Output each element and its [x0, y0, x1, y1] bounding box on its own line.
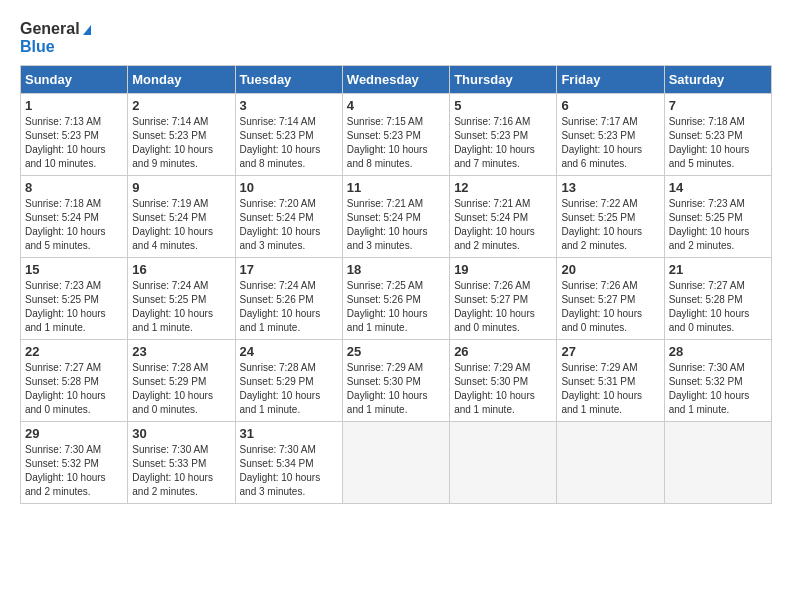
calendar-cell: 1Sunrise: 7:13 AM Sunset: 5:23 PM Daylig… [21, 94, 128, 176]
calendar-cell: 26Sunrise: 7:29 AM Sunset: 5:30 PM Dayli… [450, 340, 557, 422]
day-info: Sunrise: 7:19 AM Sunset: 5:24 PM Dayligh… [132, 197, 230, 253]
day-number: 2 [132, 98, 230, 113]
calendar-cell: 28Sunrise: 7:30 AM Sunset: 5:32 PM Dayli… [664, 340, 771, 422]
day-info: Sunrise: 7:28 AM Sunset: 5:29 PM Dayligh… [132, 361, 230, 417]
day-number: 15 [25, 262, 123, 277]
column-header-tuesday: Tuesday [235, 66, 342, 94]
calendar-cell: 23Sunrise: 7:28 AM Sunset: 5:29 PM Dayli… [128, 340, 235, 422]
day-number: 6 [561, 98, 659, 113]
calendar-cell [664, 422, 771, 504]
day-number: 25 [347, 344, 445, 359]
logo: General Blue [20, 20, 91, 55]
day-number: 4 [347, 98, 445, 113]
calendar-cell [342, 422, 449, 504]
day-number: 17 [240, 262, 338, 277]
calendar-cell: 29Sunrise: 7:30 AM Sunset: 5:32 PM Dayli… [21, 422, 128, 504]
calendar-cell: 22Sunrise: 7:27 AM Sunset: 5:28 PM Dayli… [21, 340, 128, 422]
column-header-friday: Friday [557, 66, 664, 94]
day-number: 29 [25, 426, 123, 441]
day-number: 23 [132, 344, 230, 359]
logo-text-blue: Blue [20, 38, 91, 56]
day-number: 27 [561, 344, 659, 359]
day-info: Sunrise: 7:25 AM Sunset: 5:26 PM Dayligh… [347, 279, 445, 335]
page-header: General Blue [20, 20, 772, 55]
day-info: Sunrise: 7:29 AM Sunset: 5:30 PM Dayligh… [454, 361, 552, 417]
day-number: 14 [669, 180, 767, 195]
day-number: 7 [669, 98, 767, 113]
day-info: Sunrise: 7:26 AM Sunset: 5:27 PM Dayligh… [454, 279, 552, 335]
calendar-cell: 5Sunrise: 7:16 AM Sunset: 5:23 PM Daylig… [450, 94, 557, 176]
week-row-3: 15Sunrise: 7:23 AM Sunset: 5:25 PM Dayli… [21, 258, 772, 340]
day-number: 26 [454, 344, 552, 359]
week-row-1: 1Sunrise: 7:13 AM Sunset: 5:23 PM Daylig… [21, 94, 772, 176]
calendar-cell: 11Sunrise: 7:21 AM Sunset: 5:24 PM Dayli… [342, 176, 449, 258]
day-info: Sunrise: 7:30 AM Sunset: 5:32 PM Dayligh… [669, 361, 767, 417]
calendar-cell: 9Sunrise: 7:19 AM Sunset: 5:24 PM Daylig… [128, 176, 235, 258]
day-number: 18 [347, 262, 445, 277]
calendar-cell: 30Sunrise: 7:30 AM Sunset: 5:33 PM Dayli… [128, 422, 235, 504]
day-info: Sunrise: 7:15 AM Sunset: 5:23 PM Dayligh… [347, 115, 445, 171]
day-info: Sunrise: 7:16 AM Sunset: 5:23 PM Dayligh… [454, 115, 552, 171]
day-number: 22 [25, 344, 123, 359]
day-number: 20 [561, 262, 659, 277]
calendar-cell: 10Sunrise: 7:20 AM Sunset: 5:24 PM Dayli… [235, 176, 342, 258]
calendar-header-row: SundayMondayTuesdayWednesdayThursdayFrid… [21, 66, 772, 94]
day-info: Sunrise: 7:24 AM Sunset: 5:26 PM Dayligh… [240, 279, 338, 335]
day-info: Sunrise: 7:18 AM Sunset: 5:24 PM Dayligh… [25, 197, 123, 253]
day-info: Sunrise: 7:14 AM Sunset: 5:23 PM Dayligh… [132, 115, 230, 171]
day-info: Sunrise: 7:23 AM Sunset: 5:25 PM Dayligh… [25, 279, 123, 335]
day-info: Sunrise: 7:29 AM Sunset: 5:30 PM Dayligh… [347, 361, 445, 417]
calendar-cell: 27Sunrise: 7:29 AM Sunset: 5:31 PM Dayli… [557, 340, 664, 422]
day-number: 30 [132, 426, 230, 441]
calendar-cell: 16Sunrise: 7:24 AM Sunset: 5:25 PM Dayli… [128, 258, 235, 340]
column-header-saturday: Saturday [664, 66, 771, 94]
day-info: Sunrise: 7:30 AM Sunset: 5:33 PM Dayligh… [132, 443, 230, 499]
day-info: Sunrise: 7:27 AM Sunset: 5:28 PM Dayligh… [25, 361, 123, 417]
column-header-monday: Monday [128, 66, 235, 94]
day-number: 9 [132, 180, 230, 195]
day-number: 12 [454, 180, 552, 195]
day-info: Sunrise: 7:30 AM Sunset: 5:32 PM Dayligh… [25, 443, 123, 499]
day-number: 28 [669, 344, 767, 359]
day-number: 16 [132, 262, 230, 277]
calendar-cell: 31Sunrise: 7:30 AM Sunset: 5:34 PM Dayli… [235, 422, 342, 504]
calendar-cell: 18Sunrise: 7:25 AM Sunset: 5:26 PM Dayli… [342, 258, 449, 340]
week-row-5: 29Sunrise: 7:30 AM Sunset: 5:32 PM Dayli… [21, 422, 772, 504]
calendar-cell: 24Sunrise: 7:28 AM Sunset: 5:29 PM Dayli… [235, 340, 342, 422]
calendar-table: SundayMondayTuesdayWednesdayThursdayFrid… [20, 65, 772, 504]
calendar-cell: 15Sunrise: 7:23 AM Sunset: 5:25 PM Dayli… [21, 258, 128, 340]
day-number: 3 [240, 98, 338, 113]
day-number: 11 [347, 180, 445, 195]
day-info: Sunrise: 7:27 AM Sunset: 5:28 PM Dayligh… [669, 279, 767, 335]
day-number: 10 [240, 180, 338, 195]
day-info: Sunrise: 7:18 AM Sunset: 5:23 PM Dayligh… [669, 115, 767, 171]
calendar-cell: 25Sunrise: 7:29 AM Sunset: 5:30 PM Dayli… [342, 340, 449, 422]
day-info: Sunrise: 7:13 AM Sunset: 5:23 PM Dayligh… [25, 115, 123, 171]
calendar-cell: 4Sunrise: 7:15 AM Sunset: 5:23 PM Daylig… [342, 94, 449, 176]
day-info: Sunrise: 7:24 AM Sunset: 5:25 PM Dayligh… [132, 279, 230, 335]
day-info: Sunrise: 7:28 AM Sunset: 5:29 PM Dayligh… [240, 361, 338, 417]
day-number: 13 [561, 180, 659, 195]
day-info: Sunrise: 7:29 AM Sunset: 5:31 PM Dayligh… [561, 361, 659, 417]
calendar-cell: 7Sunrise: 7:18 AM Sunset: 5:23 PM Daylig… [664, 94, 771, 176]
logo-text-general: General [20, 20, 91, 38]
day-number: 1 [25, 98, 123, 113]
week-row-4: 22Sunrise: 7:27 AM Sunset: 5:28 PM Dayli… [21, 340, 772, 422]
day-info: Sunrise: 7:21 AM Sunset: 5:24 PM Dayligh… [454, 197, 552, 253]
day-number: 19 [454, 262, 552, 277]
calendar-cell [557, 422, 664, 504]
calendar-cell: 21Sunrise: 7:27 AM Sunset: 5:28 PM Dayli… [664, 258, 771, 340]
calendar-cell: 6Sunrise: 7:17 AM Sunset: 5:23 PM Daylig… [557, 94, 664, 176]
day-info: Sunrise: 7:20 AM Sunset: 5:24 PM Dayligh… [240, 197, 338, 253]
day-number: 21 [669, 262, 767, 277]
calendar-cell: 19Sunrise: 7:26 AM Sunset: 5:27 PM Dayli… [450, 258, 557, 340]
calendar-cell: 20Sunrise: 7:26 AM Sunset: 5:27 PM Dayli… [557, 258, 664, 340]
day-info: Sunrise: 7:26 AM Sunset: 5:27 PM Dayligh… [561, 279, 659, 335]
day-info: Sunrise: 7:17 AM Sunset: 5:23 PM Dayligh… [561, 115, 659, 171]
calendar-cell: 8Sunrise: 7:18 AM Sunset: 5:24 PM Daylig… [21, 176, 128, 258]
week-row-2: 8Sunrise: 7:18 AM Sunset: 5:24 PM Daylig… [21, 176, 772, 258]
day-number: 8 [25, 180, 123, 195]
column-header-wednesday: Wednesday [342, 66, 449, 94]
calendar-cell: 12Sunrise: 7:21 AM Sunset: 5:24 PM Dayli… [450, 176, 557, 258]
calendar-cell: 14Sunrise: 7:23 AM Sunset: 5:25 PM Dayli… [664, 176, 771, 258]
